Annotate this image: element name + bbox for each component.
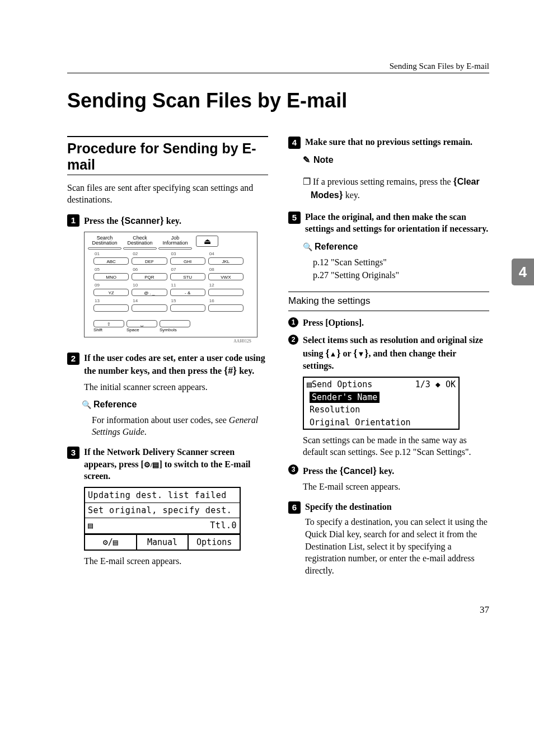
lcd1-left-icon: ▤ (88, 520, 93, 531)
lcd2-page-indicator: 1/3 ◆ OK (415, 379, 456, 390)
step-3-after: The E-mail screen appears. (84, 555, 268, 567)
lcd1-line3: ▤ Ttl.0 (85, 518, 240, 533)
hash-key-label: # (228, 366, 233, 375)
lcd2-senders-name: Sender's Name (310, 392, 380, 403)
substep-c-after: The E-mail screen appears. (303, 481, 489, 493)
kp-job-information: Job Information (158, 236, 192, 250)
step-6-number: 6 (288, 501, 301, 514)
kp-search-destination: Search Destination (88, 236, 121, 250)
kp-shift: ⇧Shift (93, 314, 124, 334)
kp-eject-icon: ⏏ (196, 236, 218, 247)
step-4-note: If a previous setting remains, press the… (311, 175, 489, 202)
step-1-text-b: key. (164, 216, 181, 226)
kp-08: 08VWX (208, 267, 243, 281)
cancel-key-label: Cancel (344, 466, 373, 476)
step-4: 4 Make sure that no previous settings re… (288, 136, 489, 148)
kp-09: 09YZ (93, 283, 129, 297)
chapter-tab: 4 (512, 259, 534, 285)
left-column: Procedure for Sending by E-mail Scan fil… (67, 136, 268, 580)
lcd1-soft-switch: ⚙/▤ (85, 534, 137, 550)
right-column: 4 Make sure that no previous settings re… (288, 136, 489, 580)
step-4-text: Make sure that no previous settings rema… (305, 137, 472, 147)
main-title: Sending Scan Files by E-mail (67, 89, 489, 112)
lcd1-line2: Set original, specify dest. (85, 503, 240, 518)
kp-11: 11- & (170, 283, 205, 297)
keypad-caption: AAH012S (67, 339, 251, 344)
kp-space: ␣Space (127, 314, 157, 334)
step-1: 1 Press the {Scanner} key. (67, 214, 268, 227)
substep-b-mid: or (341, 349, 354, 358)
kp-05: 05MNO (93, 267, 129, 281)
lcd-email-screen: Updating dest. list failed Set original,… (84, 487, 241, 551)
step-6-after: To specify a destination, you can select… (305, 516, 489, 576)
up-arrow-icon: ▲ (330, 350, 337, 358)
keypad-diagram: Search Destination Check Destination Job… (84, 232, 257, 337)
ref-scan-settings: p.12 "Scan Settings" (313, 256, 489, 269)
step-4-number: 4 (288, 137, 301, 149)
kp-symbols: Symbols (160, 314, 190, 334)
step-1-number: 1 (67, 214, 79, 227)
substep-c-number: 3 (288, 464, 298, 475)
page-number: 37 (67, 604, 489, 616)
step-2: 2 If the user codes are set, enter a use… (67, 352, 268, 378)
making-the-settings-heading: Making the settings (288, 292, 489, 311)
step-1-text-a: Press the (84, 216, 120, 226)
kp-check-destination: Check Destination (123, 236, 157, 250)
down-arrow-icon: ▼ (357, 350, 364, 358)
step-5-text: Place the original, and then make the sc… (305, 212, 488, 234)
lcd-send-options: ▤Send Options 1/3 ◆ OK Sender's Name Res… (303, 377, 460, 430)
substep-c-text-a: Press the (303, 466, 339, 476)
net-email-switch-icon: ⚙/▤ (144, 461, 160, 469)
substep-b-after: Scan settings can be made in the same wa… (303, 434, 489, 458)
lcd2-orientation: Original Orientation (304, 416, 458, 429)
kp-16: 16 (208, 298, 243, 312)
kp-07: 07STU (170, 267, 205, 281)
step-2-after: The initial scanner screen appears. (84, 381, 268, 393)
step-5-number: 5 (288, 212, 301, 224)
intro-para: Scan files are sent after specifying sca… (67, 182, 268, 206)
note-label: Note (303, 154, 489, 166)
kp-10: 10@ . _ (132, 283, 167, 297)
substep-b-number: 2 (288, 335, 298, 345)
lcd2-resolution: Resolution (304, 403, 458, 416)
kp-14: 14 (132, 298, 167, 312)
running-header: Sending Scan Files by E-mail (67, 62, 489, 73)
lcd1-soft-options: Options (188, 534, 240, 550)
step-2-number: 2 (67, 353, 79, 365)
kp-15: 15 (170, 298, 205, 312)
reference-body-1: For information about user codes, see Ge… (92, 414, 268, 438)
step-6-text: Specify the destination (305, 502, 392, 511)
lcd1-total: Ttl.0 (210, 520, 237, 531)
lcd1-line1: Updating dest. list failed (85, 488, 240, 503)
ref-setting-originals: p.27 "Setting Originals" (313, 269, 489, 281)
substep-b: 2 Select items such as resolution and or… (288, 334, 489, 372)
substep-a-text: Press [Options]. (303, 318, 364, 327)
step-3-number: 3 (67, 447, 79, 459)
lcd2-title: ▤Send Options (307, 379, 372, 390)
kp-03: 03GHI (170, 251, 205, 265)
kp-06: 06PQR (132, 267, 167, 281)
step-6: 6 Specify the destination (288, 501, 489, 513)
kp-04: 04JKL (208, 251, 243, 265)
lcd1-soft-manual: Manual (137, 534, 189, 550)
step-5: 5 Place the original, and then make the … (288, 211, 489, 235)
substep-c: 3 Press the {Cancel} key. (288, 464, 489, 477)
substep-a: 1 Press [Options]. (288, 317, 489, 329)
scanner-key-label: Scanner (125, 216, 160, 226)
kp-01: 01ABC (93, 251, 129, 265)
step-2-text-b: key. (237, 366, 254, 375)
reference-label-2: Reference (303, 241, 489, 253)
kp-02: 02DEF (132, 251, 167, 265)
substep-a-number: 1 (288, 317, 298, 327)
section-heading: Procedure for Sending by E-mail (67, 136, 268, 175)
substep-c-text-b: key. (377, 466, 394, 476)
kp-13: 13 (93, 298, 129, 312)
kp-12: 12 (208, 283, 243, 297)
step-3: 3 If the Network Delivery Scanner screen… (67, 446, 268, 482)
reference-label-1: Reference (82, 398, 268, 411)
